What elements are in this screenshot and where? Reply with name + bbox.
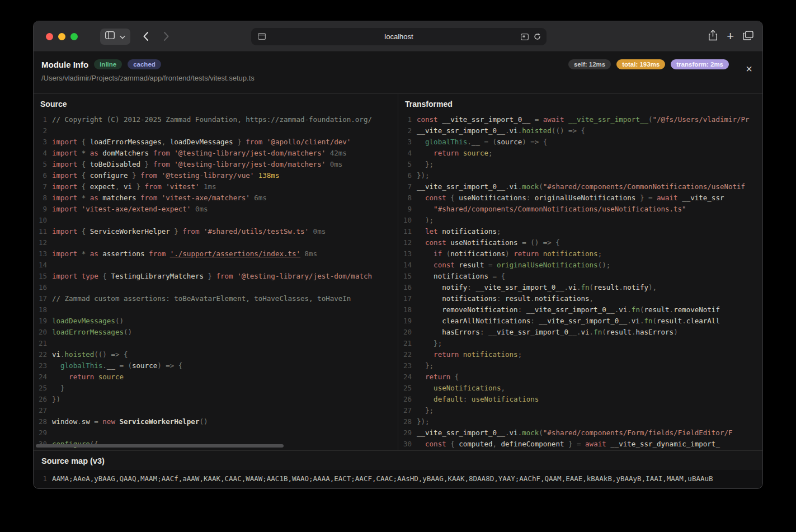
line-number: 30 — [398, 439, 412, 450]
code-line: 9import 'vitest-axe/extend-expect' 0ms — [34, 204, 398, 215]
line-number: 1 — [34, 114, 47, 125]
horizontal-scrollbar[interactable] — [36, 444, 284, 448]
code-line: 29__vite_ssr_import_0__.vi.mock("#shared… — [398, 427, 762, 439]
line-number: 4 — [34, 148, 47, 159]
code-line: 25 } — [34, 383, 398, 394]
module-path: /Users/vladimir/Projects/zammad/app/fron… — [41, 74, 752, 82]
code-line: 2__vite_ssr_import_0__.vi.hoisted(() => … — [398, 125, 762, 136]
line-number: 24 — [34, 371, 47, 383]
badge-inline: inline — [94, 59, 122, 69]
transformed-panel-title: Transformed — [398, 94, 762, 112]
code-line: 16 — [34, 282, 398, 293]
new-tab-button[interactable]: + — [727, 30, 734, 43]
zoom-window-button[interactable] — [70, 33, 78, 40]
code-line: 8import * as matchers from 'vitest-axe/m… — [34, 192, 398, 204]
transformed-code[interactable]: 1const __vite_ssr_import_0__ = await __v… — [398, 112, 762, 450]
screen: localhost + — [0, 0, 796, 532]
code-line: 11import { ServiceWorkerHelper } from '#… — [34, 226, 398, 237]
line-number: 3 — [34, 136, 47, 148]
forward-icon[interactable] — [163, 31, 169, 41]
tab-overview-icon[interactable] — [743, 31, 753, 43]
back-icon[interactable] — [143, 31, 149, 41]
line-number: 16 — [34, 282, 47, 293]
code-line: 22vi.hoisted(() => { — [34, 349, 398, 360]
line-number: 17 — [398, 293, 412, 304]
code-line: 1const __vite_ssr_import_0__ = await __v… — [398, 114, 762, 125]
badge-cached: cached — [128, 59, 161, 69]
minimize-window-button[interactable] — [58, 33, 65, 40]
sidebar-toggle-button[interactable] — [100, 29, 130, 45]
code-line: 7__vite_ssr_import_0__.vi.mock("#shared/… — [398, 181, 762, 192]
share-icon[interactable] — [708, 30, 718, 43]
code-line: 4 return source; — [398, 148, 762, 159]
site-settings-icon[interactable] — [521, 34, 529, 42]
metric-self: self: 12ms — [568, 59, 611, 69]
code-line: 14 const result = originalUseNotificatio… — [398, 260, 762, 271]
close-icon[interactable]: × — [746, 63, 752, 74]
line-number: 26 — [398, 394, 412, 405]
reader-icon[interactable] — [258, 33, 266, 41]
code-line: 28}); — [398, 416, 762, 427]
line-number: 9 — [34, 204, 47, 215]
line-number: 26 — [34, 394, 47, 405]
browser-window: localhost + — [33, 21, 763, 489]
code-line: 23 globalThis.__ = (source) => { — [34, 360, 398, 371]
line-number: 8 — [34, 192, 47, 204]
line-number: 20 — [398, 327, 412, 338]
code-line: 23 }; — [398, 360, 762, 371]
line-number: 22 — [34, 349, 47, 360]
module-link[interactable]: './support/assertions/index.ts' — [170, 249, 300, 258]
code-line: 19 clearAllNotifications: __vite_ssr_imp… — [398, 316, 762, 327]
line-number: 19 — [34, 316, 47, 327]
line-number: 23 — [398, 360, 412, 371]
code-line: 6}); — [398, 170, 762, 181]
line-number: 7 — [34, 181, 47, 192]
code-line: 28window.sw = new ServiceWorkerHelper() — [34, 416, 398, 427]
code-line: 12 — [34, 237, 398, 248]
line-number: 13 — [398, 248, 412, 260]
line-number: 11 — [34, 226, 47, 237]
chevron-down-icon[interactable] — [120, 31, 125, 41]
line-number: 28 — [398, 416, 412, 427]
code-line: 5 }; — [398, 159, 762, 170]
transformed-panel: Transformed 1const __vite_ssr_import_0__… — [398, 94, 762, 450]
line-number: 12 — [398, 237, 412, 248]
line-number: 24 — [398, 371, 412, 383]
code-line: 15 notifications = { — [398, 271, 762, 282]
code-line: 29 — [34, 427, 398, 439]
reload-icon[interactable] — [534, 33, 541, 42]
line-number: 17 — [34, 293, 47, 304]
code-line: 26 default: useNotifications — [398, 394, 762, 405]
line-number: 9 — [398, 204, 412, 215]
code-line: 7import { expect, vi } from 'vitest' 1ms — [34, 181, 398, 192]
line-number: 25 — [34, 383, 47, 394]
source-code[interactable]: 1// Copyright (C) 2012-2025 Zammad Found… — [34, 112, 398, 450]
code-line: 21 — [34, 338, 398, 349]
line-number: 14 — [398, 260, 412, 271]
code-line: 18 — [34, 304, 398, 316]
code-line: 26}) — [34, 394, 398, 405]
line-number: 10 — [34, 215, 47, 226]
line-number: 5 — [34, 159, 47, 170]
source-panel: Source 1// Copyright (C) 2012-2025 Zamma… — [34, 94, 398, 450]
address-bar[interactable]: localhost — [251, 28, 547, 45]
metric-total: total: 193ms — [616, 59, 665, 69]
line-number: 13 — [34, 248, 47, 260]
close-window-button[interactable] — [46, 33, 53, 40]
sourcemap-title: Source map (v3) — [34, 451, 762, 470]
line-number: 29 — [34, 427, 47, 439]
line-number: 14 — [34, 260, 47, 271]
toolbar-right: + — [708, 21, 753, 51]
line-number: 15 — [34, 271, 47, 282]
line-number: 19 — [398, 316, 412, 327]
code-line: 3import { loadErrorMessages, loadDevMess… — [34, 136, 398, 148]
line-number: 7 — [398, 181, 412, 192]
code-line: 2 — [34, 125, 398, 136]
code-line: 18 removeNotification: __vite_ssr_import… — [398, 304, 762, 316]
code-line: 20 hasErrors: __vite_ssr_import_0__.vi.f… — [398, 327, 762, 338]
line-number: 16 — [398, 282, 412, 293]
code-line: 27 — [34, 405, 398, 416]
code-line: 30 const { computed, defineComponent } =… — [398, 439, 762, 450]
code-line: 24 return { — [398, 371, 762, 383]
code-line: 12 const useNotifications = () => { — [398, 237, 762, 248]
